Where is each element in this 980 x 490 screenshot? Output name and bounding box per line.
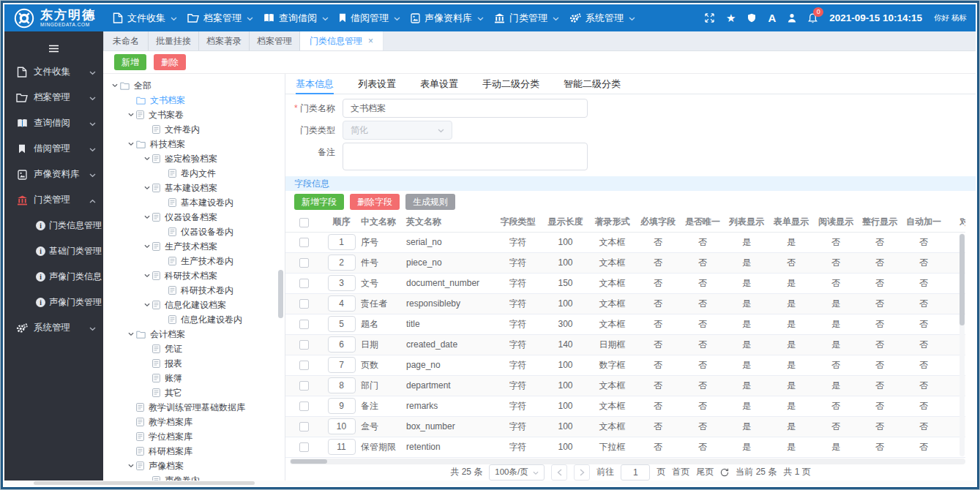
row-checkbox[interactable]	[299, 361, 309, 370]
row-checkbox[interactable]	[299, 422, 309, 431]
tree-item-卷内文件[interactable]: 卷内文件	[103, 166, 285, 181]
row-checkbox[interactable]	[299, 299, 309, 309]
order-input[interactable]: 7	[328, 357, 356, 373]
menu-toggle-icon[interactable]	[4, 37, 103, 59]
bell-icon[interactable]: 0	[808, 13, 818, 23]
sidebar-subitem-声像门类信息[interactable]: i声像门类信息	[4, 264, 103, 290]
tree-expand-icon[interactable]	[141, 186, 152, 190]
tree-expand-icon[interactable]	[141, 215, 152, 219]
row-checkbox[interactable]	[299, 279, 309, 288]
tree-item-学位档案库[interactable]: 学位档案库	[103, 429, 285, 444]
order-input[interactable]: 4	[328, 295, 356, 312]
tree-expand-icon[interactable]	[125, 142, 136, 146]
order-input[interactable]: 10	[328, 418, 356, 434]
page-hscrollbar-thumb[interactable]	[34, 481, 255, 485]
tree-item-全部[interactable]: 全部	[103, 78, 285, 93]
panel-tab-基本信息[interactable]: 基本信息	[296, 74, 334, 94]
sidebar-item-5[interactable]: 声像资料库	[4, 162, 103, 187]
sidebar-item-1[interactable]: 文件收集	[4, 59, 103, 85]
tree-item-科研技术卷内[interactable]: 科研技术卷内	[103, 283, 285, 298]
table-hscrollbar-thumb[interactable]	[291, 459, 327, 464]
panel-tab-手动二级分类[interactable]: 手动二级分类	[482, 74, 539, 94]
order-input[interactable]: 6	[328, 336, 356, 353]
delete-button[interactable]: 删除	[154, 54, 186, 70]
goto-page-input[interactable]	[621, 464, 650, 480]
add-field-button[interactable]: 新增字段	[294, 194, 344, 210]
first-page-link[interactable]: 首页	[672, 466, 689, 478]
tree-item-信息化建设档案[interactable]: 信息化建设档案	[103, 298, 285, 312]
row-checkbox[interactable]	[299, 320, 309, 329]
refresh-icon[interactable]	[720, 468, 729, 477]
page-size-select[interactable]: 100条/页	[489, 464, 545, 480]
nav-item-2[interactable]: 档案管理	[187, 4, 253, 31]
panel-tab-表单设置[interactable]: 表单设置	[420, 74, 458, 94]
nav-item-1[interactable]: 文件收集	[113, 4, 177, 31]
add-button[interactable]: 新增	[114, 54, 146, 70]
tree-expand-icon[interactable]	[141, 274, 152, 278]
tree-expand-icon[interactable]	[125, 332, 136, 336]
tree-item-仪器设备档案[interactable]: 仪器设备档案	[103, 210, 285, 225]
tree-item-仪器设备卷内[interactable]: 仪器设备卷内	[103, 225, 285, 239]
category-name-input[interactable]	[343, 99, 588, 118]
tree-item-基本建设档案[interactable]: 基本建设档案	[103, 181, 285, 195]
order-input[interactable]: 1	[328, 234, 356, 250]
nav-item-3[interactable]: 查询借阅	[263, 4, 329, 31]
delete-field-button[interactable]: 删除字段	[350, 194, 400, 210]
tree-item-报表[interactable]: 报表	[103, 356, 285, 371]
generate-rule-button[interactable]: 生成规则	[405, 194, 455, 210]
tree-item-生产技术档案[interactable]: 生产技术档案	[103, 239, 285, 254]
tree-item-文书档案[interactable]: 文书档案	[103, 93, 285, 108]
row-checkbox[interactable]	[299, 238, 309, 247]
fullscreen-icon[interactable]	[705, 13, 714, 23]
category-type-select[interactable]: 简化	[343, 121, 452, 140]
tree-item-鉴定检验档案[interactable]: 鉴定检验档案	[103, 151, 285, 166]
sidebar-item-4[interactable]: 借阅管理	[4, 136, 103, 162]
font-size-icon[interactable]: A	[768, 12, 776, 24]
sidebar-item-3[interactable]: 查询借阅	[4, 110, 103, 136]
tree-item-科技档案[interactable]: 科技档案	[103, 137, 285, 151]
tree-expand-icon[interactable]	[109, 83, 120, 88]
table-vscrollbar-thumb[interactable]	[960, 234, 965, 325]
tree-item-其它[interactable]: 其它	[103, 385, 285, 400]
select-all-checkbox[interactable]	[299, 218, 309, 227]
tab-档案管理[interactable]: 档案管理	[250, 31, 300, 50]
tree-item-声像档案[interactable]: 声像档案	[103, 459, 285, 473]
tree-item-科研技术档案[interactable]: 科研技术档案	[103, 268, 285, 283]
row-checkbox[interactable]	[299, 381, 309, 391]
tree-item-声像卷内[interactable]: 声像卷内	[103, 473, 285, 480]
tab-未命名[interactable]: 未命名	[103, 31, 149, 50]
last-page-link[interactable]: 尾页	[696, 466, 714, 478]
order-input[interactable]: 9	[328, 398, 356, 414]
row-checkbox[interactable]	[299, 402, 309, 411]
tree-item-科研档案库[interactable]: 科研档案库	[103, 444, 285, 459]
user-icon[interactable]	[788, 13, 796, 23]
order-input[interactable]: 2	[328, 255, 356, 271]
order-input[interactable]: 5	[328, 316, 356, 332]
remark-textarea[interactable]	[343, 143, 588, 170]
tab-active[interactable]: 门类信息管理×	[300, 31, 384, 50]
tree-item-教学训练管理基础数据库[interactable]: 教学训练管理基础数据库	[103, 400, 285, 415]
tree-expand-icon[interactable]	[141, 244, 152, 249]
row-checkbox[interactable]	[299, 258, 309, 268]
nav-item-6[interactable]: 门类管理	[494, 4, 559, 31]
prev-page-button[interactable]	[551, 464, 567, 480]
row-checkbox[interactable]	[299, 340, 309, 350]
tree-item-信息化建设卷内[interactable]: 信息化建设卷内	[103, 312, 285, 327]
sidebar-item-6[interactable]: 门类管理	[4, 187, 103, 213]
tree-item-账簿[interactable]: 账簿	[103, 371, 285, 385]
sidebar-subitem-门类信息管理[interactable]: i门类信息管理	[4, 213, 103, 238]
shield-icon[interactable]	[747, 13, 756, 23]
tree-item-凭证[interactable]: 凭证	[103, 342, 285, 356]
panel-tab-智能二级分类[interactable]: 智能二级分类	[564, 74, 621, 94]
tree-expand-icon[interactable]	[125, 464, 136, 468]
row-checkbox[interactable]	[299, 442, 309, 452]
tree-item-文书案卷[interactable]: 文书案卷	[103, 108, 285, 122]
order-input[interactable]: 8	[328, 377, 356, 393]
tab-档案著录[interactable]: 档案著录	[199, 31, 250, 50]
sidebar-item-7[interactable]: 系统管理	[4, 315, 103, 341]
tree-item-生产技术卷内[interactable]: 生产技术卷内	[103, 254, 285, 268]
tree-expand-icon[interactable]	[141, 157, 152, 161]
tree-item-文件卷内[interactable]: 文件卷内	[103, 122, 285, 137]
nav-item-4[interactable]: 借阅管理	[339, 4, 400, 31]
page-hscrollbar[interactable]	[4, 480, 976, 486]
